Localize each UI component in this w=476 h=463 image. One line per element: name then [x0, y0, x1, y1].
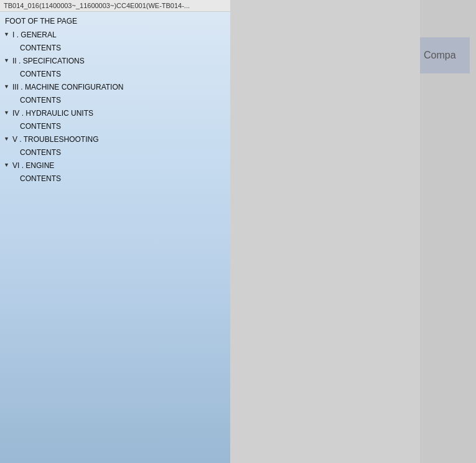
- section-label-specifications: II . SPECIFICATIONS: [12, 57, 85, 65]
- section-header-general[interactable]: ▼ I . GENERAL: [0, 28, 230, 42]
- arrow-engine: ▼: [4, 162, 11, 169]
- title-bar: TB014_016(11400003~_11600003~)CC4E001(WE…: [0, 0, 230, 12]
- tree-item-troubleshooting: ▼ V . TROUBLESHOOTING CONTENTS: [0, 133, 230, 159]
- company-label: Compa: [420, 37, 470, 73]
- contents-specifications[interactable]: CONTENTS: [0, 68, 230, 80]
- left-panel: TB014_016(11400003~_11600003~)CC4E001(WE…: [0, 0, 230, 463]
- arrow-machine-configuration: ▼: [4, 83, 11, 91]
- section-header-hydraulic-units[interactable]: ▼ IV . HYDRAULIC UNITS: [0, 106, 230, 120]
- arrow-general: ▼: [4, 31, 11, 39]
- tree-item-machine-configuration: ▼ III . MACHINE CONFIGURATION CONTENTS: [0, 80, 230, 106]
- contents-engine[interactable]: CONTENTS: [0, 172, 230, 185]
- contents-troubleshooting[interactable]: CONTENTS: [0, 146, 230, 159]
- title-bar-text: TB014_016(11400003~_11600003~)CC4E001(WE…: [4, 2, 190, 9]
- arrow-troubleshooting: ▼: [4, 136, 11, 143]
- arrow-specifications: ▼: [4, 57, 11, 65]
- tree-item-specifications: ▼ II . SPECIFICATIONS CONTENTS: [0, 54, 230, 80]
- tree-item-engine: ▼ VI . ENGINE CONTENTS: [0, 159, 230, 185]
- section-label-engine: VI . ENGINE: [12, 161, 54, 170]
- foot-of-page-item[interactable]: FOOT OF THE PAGE: [0, 14, 230, 28]
- section-label-troubleshooting: V . TROUBLESHOOTING: [12, 135, 98, 144]
- arrow-hydraulic-units: ▼: [4, 110, 11, 117]
- section-label-hydraulic-units: IV . HYDRAULIC UNITS: [12, 109, 93, 118]
- tree-container: FOOT OF THE PAGE ▼ I . GENERAL CONTENTS …: [0, 12, 230, 463]
- contents-general[interactable]: CONTENTS: [0, 42, 230, 54]
- section-header-engine[interactable]: ▼ VI . ENGINE: [0, 159, 230, 172]
- tree-item-hydraulic-units: ▼ IV . HYDRAULIC UNITS CONTENTS: [0, 106, 230, 133]
- section-header-troubleshooting[interactable]: ▼ V . TROUBLESHOOTING: [0, 133, 230, 146]
- tree-item-general: ▼ I . GENERAL CONTENTS: [0, 28, 230, 54]
- foot-of-page-label: FOOT OF THE PAGE: [5, 17, 77, 26]
- section-label-general: I . GENERAL: [12, 30, 57, 39]
- section-label-machine-configuration: III . MACHINE CONFIGURATION: [12, 83, 123, 91]
- section-header-specifications[interactable]: ▼ II . SPECIFICATIONS: [0, 54, 230, 68]
- contents-hydraulic-units[interactable]: CONTENTS: [0, 120, 230, 133]
- section-header-machine-configuration[interactable]: ▼ III . MACHINE CONFIGURATION: [0, 80, 230, 94]
- middle-panel: [230, 0, 420, 463]
- contents-machine-configuration[interactable]: CONTENTS: [0, 94, 230, 106]
- right-panel: Compa: [420, 0, 476, 463]
